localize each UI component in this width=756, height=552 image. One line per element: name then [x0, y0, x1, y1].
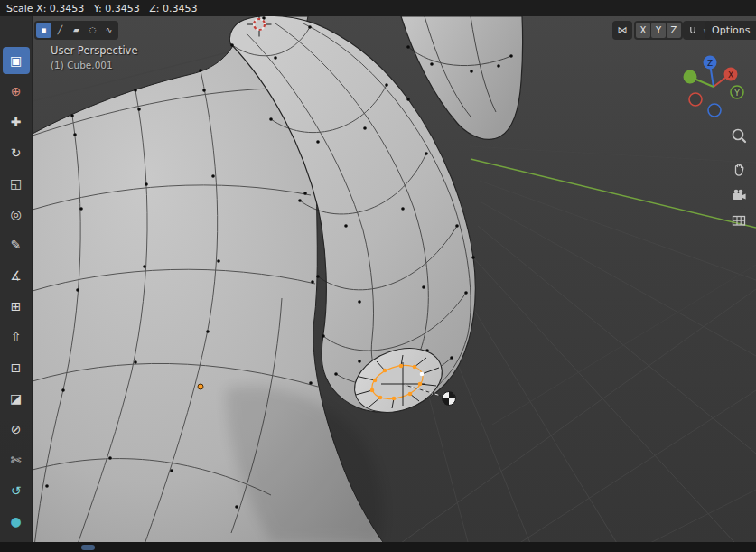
symmetry-group: ⋈	[612, 21, 632, 40]
scale-icon: ◱	[10, 177, 22, 190]
smooth-icon: ●	[10, 515, 21, 528]
pan-view-button[interactable]	[728, 159, 750, 181]
view-info-overlay: User Perspective (1) Cube.001	[51, 44, 137, 70]
spin-icon: ↺	[11, 484, 22, 497]
tool-add-cube[interactable]: ⊞	[3, 293, 30, 320]
tool-annotate[interactable]: ✎	[3, 231, 30, 258]
toggle-perspective-button[interactable]	[728, 210, 750, 231]
status-bar	[0, 542, 756, 552]
inset-faces-icon: ⊡	[11, 361, 22, 374]
tool-select-box[interactable]: ▣	[3, 47, 30, 74]
knife-icon: ✄	[11, 454, 22, 466]
snap-magnet-icon: ∩	[686, 25, 699, 36]
mirror-z-button[interactable]: Z	[667, 23, 681, 38]
tool-extrude-region[interactable]: ⇧	[3, 323, 30, 351]
mouse-hint-icon	[81, 545, 95, 550]
gizmo-x-neg-axis[interactable]	[689, 93, 702, 106]
extrude-region-icon: ⇧	[11, 331, 22, 343]
symmetry-icon: ⋈	[618, 25, 628, 35]
proportional-falloff-button[interactable]: ∿	[101, 23, 117, 38]
bevel-icon: ◪	[10, 392, 22, 405]
camera-view-button[interactable]	[728, 184, 750, 206]
symmetry-button[interactable]: ⋈	[615, 23, 630, 38]
tool-scale[interactable]: ◱	[3, 170, 30, 197]
gizmo-z-neg-axis[interactable]	[708, 104, 721, 117]
tool-transform[interactable]: ◎	[3, 201, 30, 228]
transform-icon: ◎	[10, 208, 21, 220]
proportional-editing-icon: ◌	[89, 26, 97, 34]
select-mode-group: ▪ ╱ ▰ ◌ ∿	[34, 21, 118, 40]
zoom-button[interactable]	[728, 125, 750, 146]
measure-icon: ∡	[10, 269, 22, 282]
tool-cursor[interactable]: ⊕	[3, 78, 30, 105]
proportional-falloff-icon: ∿	[106, 26, 113, 34]
transform-status-text: Scale X: 0.3453 Y: 0.3453 Z: 0.3453	[6, 3, 197, 14]
annotate-icon: ✎	[11, 239, 22, 251]
active-object-label: (1) Cube.001	[51, 60, 137, 70]
move-icon: ✚	[11, 116, 22, 128]
zoom-icon	[730, 126, 748, 145]
gizmo-x-label: X	[728, 70, 733, 80]
gizmo-z-label: Z	[707, 59, 713, 68]
rotate-icon: ↻	[11, 146, 22, 159]
tool-measure[interactable]: ∡	[3, 262, 30, 289]
scene-canvas[interactable]	[0, 16, 756, 542]
active-vertex	[420, 372, 425, 377]
tool-move[interactable]: ✚	[3, 108, 30, 136]
hand-icon	[730, 161, 748, 179]
options-label: Options	[712, 24, 750, 36]
gizmo-y-label: Y	[733, 89, 740, 98]
proportional-editing-button[interactable]: ◌	[85, 23, 100, 38]
grid-icon	[730, 211, 748, 229]
add-cube-icon: ⊞	[11, 300, 22, 313]
tool-rotate[interactable]: ↻	[3, 139, 30, 166]
mirror-y-button[interactable]: Y	[651, 23, 666, 38]
tool-inset-faces[interactable]: ⊡	[3, 354, 30, 381]
tool-spin[interactable]: ↺	[3, 477, 30, 504]
mirror-x-button[interactable]: X	[636, 23, 650, 38]
toolbar: ▣ ⊕ ✚ ↻ ◱ ◎ ✎ ∡ ⊞ ⇧ ⊡ ◪ ⊘ ✄ ↺ ●	[0, 16, 33, 542]
face-select-button[interactable]: ▰	[69, 23, 84, 38]
loop-cut-icon: ⊘	[11, 423, 22, 435]
snap-button[interactable]: ∩	[685, 23, 700, 38]
tool-knife[interactable]: ✄	[3, 446, 30, 473]
options-dropdown[interactable]: Options ∨	[705, 21, 756, 40]
tool-loop-cut[interactable]: ⊘	[3, 416, 30, 443]
tool-bevel[interactable]: ◪	[3, 385, 30, 412]
face-select-icon: ▰	[73, 26, 79, 34]
viewport-3d[interactable]: ▪ ╱ ▰ ◌ ∿ ⋈ X Y Z ∩ ∨ Options ∨ User Per…	[0, 16, 756, 542]
view-perspective-label: User Perspective	[51, 44, 137, 57]
cursor-tool-icon: ⊕	[11, 85, 22, 98]
edge-select-icon: ╱	[58, 26, 62, 34]
vertex-select-icon: ▪	[41, 26, 46, 34]
vertex-select-button[interactable]: ▪	[36, 23, 51, 38]
navigation-gizmo[interactable]: Z X Y	[679, 45, 751, 123]
object-origin-point	[198, 384, 203, 389]
select-box-icon: ▣	[10, 54, 22, 67]
gizmo-y-neg-axis[interactable]	[684, 70, 697, 84]
mirror-axis-group: X Y Z	[634, 21, 683, 40]
camera-icon	[730, 186, 748, 204]
transform-status-bar: Scale X: 0.3453 Y: 0.3453 Z: 0.3453	[0, 0, 756, 16]
edge-select-button[interactable]: ╱	[52, 23, 68, 38]
tool-smooth[interactable]: ●	[3, 508, 30, 535]
